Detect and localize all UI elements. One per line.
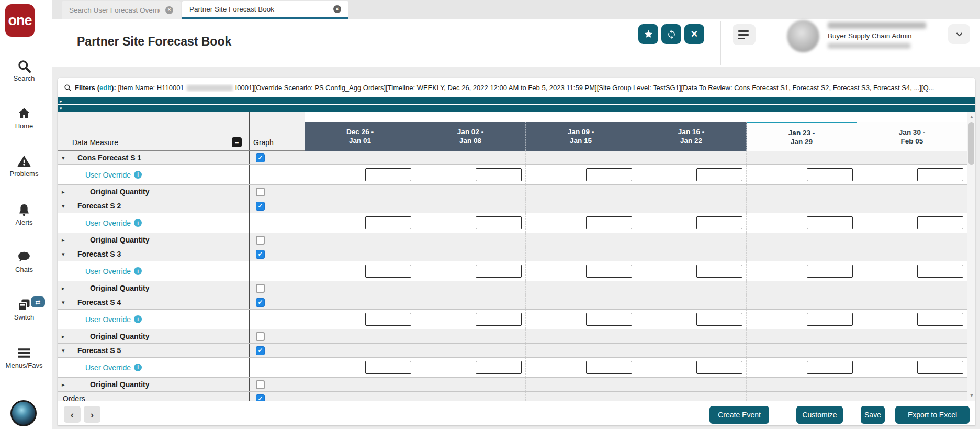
graph-checkbox[interactable]: ✓ bbox=[256, 250, 265, 259]
override-input[interactable] bbox=[476, 216, 522, 229]
override-input[interactable] bbox=[696, 216, 742, 229]
graph-checkbox[interactable]: ✓ bbox=[256, 394, 265, 401]
week-header[interactable]: Jan 09 -Jan 15 bbox=[526, 122, 636, 151]
tab-close-icon[interactable]: × bbox=[165, 6, 173, 14]
graph-checkbox[interactable] bbox=[256, 188, 265, 196]
user-avatar[interactable] bbox=[787, 20, 819, 52]
override-input[interactable] bbox=[917, 265, 963, 278]
override-input[interactable] bbox=[365, 313, 411, 326]
export-to-excel-button[interactable]: Export to Excel bbox=[895, 406, 970, 424]
graph-checkbox[interactable] bbox=[256, 236, 265, 245]
override-input[interactable] bbox=[476, 361, 522, 374]
graph-checkbox[interactable]: ✓ bbox=[256, 346, 265, 355]
customize-button[interactable]: Customize bbox=[796, 406, 843, 424]
sidebar-item-problems[interactable]: Problems bbox=[0, 154, 48, 180]
close-button[interactable]: × bbox=[684, 24, 704, 44]
week-header[interactable]: Jan 16 -Jan 22 bbox=[636, 122, 747, 151]
info-icon[interactable]: i bbox=[134, 219, 142, 227]
override-input[interactable] bbox=[476, 313, 522, 326]
override-input[interactable] bbox=[586, 313, 632, 326]
week-header[interactable]: Jan 23 -Jan 29 bbox=[747, 122, 857, 151]
override-input[interactable] bbox=[365, 168, 411, 181]
one-network-logo[interactable]: one bbox=[5, 4, 35, 37]
row-label[interactable]: User Override bbox=[85, 315, 131, 324]
collapsed-panel-bar-1[interactable]: ▸ bbox=[58, 97, 975, 104]
scrollbar-thumb[interactable] bbox=[968, 122, 974, 165]
save-button[interactable]: Save bbox=[861, 406, 885, 424]
collapse-triangle-icon[interactable]: ▾ bbox=[62, 155, 65, 161]
override-input[interactable] bbox=[586, 265, 632, 278]
expand-triangle-icon[interactable]: ▸ bbox=[62, 285, 65, 292]
override-input[interactable] bbox=[586, 168, 632, 181]
override-input[interactable] bbox=[696, 313, 742, 326]
collapse-triangle-icon[interactable]: ▾ bbox=[62, 299, 65, 306]
sidebar-item-home[interactable]: Home bbox=[0, 106, 48, 133]
tab-inactive-0[interactable]: Search User Forecast Override× bbox=[62, 1, 181, 19]
sidebar-item-search[interactable]: Search bbox=[0, 59, 48, 85]
override-input[interactable] bbox=[365, 265, 411, 278]
override-input[interactable] bbox=[696, 265, 742, 278]
collapsed-panel-bar-2[interactable]: ▾ bbox=[58, 105, 975, 112]
row-label[interactable]: User Override bbox=[85, 219, 131, 227]
override-input[interactable] bbox=[365, 361, 411, 374]
scroll-up-arrow[interactable]: ▲ bbox=[967, 113, 976, 121]
expand-triangle-icon[interactable]: ▸ bbox=[62, 189, 65, 195]
scroll-down-arrow[interactable]: ▼ bbox=[967, 391, 976, 400]
graph-checkbox[interactable]: ✓ bbox=[256, 298, 265, 307]
week-header[interactable]: Dec 26 -Jan 01 bbox=[305, 122, 415, 151]
graph-checkbox[interactable] bbox=[256, 380, 265, 389]
page-previous-button[interactable]: ‹ bbox=[64, 406, 81, 423]
override-input[interactable] bbox=[917, 216, 963, 229]
graph-checkbox[interactable] bbox=[256, 284, 265, 293]
override-input[interactable] bbox=[696, 361, 742, 374]
row-label[interactable]: User Override bbox=[85, 267, 131, 276]
override-input[interactable] bbox=[807, 265, 853, 278]
override-input[interactable] bbox=[807, 216, 853, 229]
filters-edit-link[interactable]: edit bbox=[99, 84, 111, 92]
override-input[interactable] bbox=[365, 216, 411, 229]
override-input[interactable] bbox=[586, 216, 632, 229]
tab-close-icon[interactable]: × bbox=[333, 5, 341, 13]
override-input[interactable] bbox=[807, 313, 853, 326]
info-icon[interactable]: i bbox=[134, 315, 142, 323]
info-icon[interactable]: i bbox=[134, 364, 142, 371]
info-icon[interactable]: i bbox=[134, 171, 142, 179]
graph-checkbox[interactable]: ✓ bbox=[256, 153, 265, 162]
user-menu-chevron-button[interactable] bbox=[948, 24, 970, 44]
assistant-avatar[interactable] bbox=[10, 400, 37, 426]
override-input[interactable] bbox=[696, 168, 742, 181]
sidebar-item-chats[interactable]: Chats bbox=[0, 250, 48, 276]
vertical-scrollbar[interactable]: ▲ ▼ bbox=[967, 112, 975, 401]
override-input[interactable] bbox=[586, 361, 632, 374]
row-label[interactable]: User Override bbox=[85, 364, 131, 372]
expand-triangle-icon[interactable]: ▸ bbox=[62, 333, 65, 340]
sidebar-item-menus[interactable]: Menus/Favs bbox=[0, 346, 48, 372]
create-event-button[interactable]: Create Event bbox=[709, 406, 769, 424]
override-input[interactable] bbox=[917, 168, 963, 181]
sidebar-item-switch[interactable]: Switch⇄ bbox=[0, 298, 48, 324]
collapse-triangle-icon[interactable]: ▾ bbox=[62, 347, 65, 354]
favorite-button[interactable] bbox=[638, 24, 658, 44]
graph-checkbox[interactable] bbox=[256, 332, 265, 341]
switch-arrows-badge-icon[interactable]: ⇄ bbox=[31, 296, 45, 307]
override-input[interactable] bbox=[807, 168, 853, 181]
refresh-button[interactable] bbox=[661, 24, 681, 44]
override-input[interactable] bbox=[807, 361, 853, 374]
expand-triangle-icon[interactable]: ▸ bbox=[62, 381, 65, 388]
collapse-all-button[interactable]: – bbox=[232, 137, 242, 147]
override-input[interactable] bbox=[476, 168, 522, 181]
override-input[interactable] bbox=[917, 313, 963, 326]
graph-checkbox[interactable]: ✓ bbox=[256, 202, 265, 211]
tab-active[interactable]: Partner Site Forecast Book× bbox=[182, 1, 348, 19]
week-header[interactable]: Jan 02 -Jan 08 bbox=[415, 122, 526, 151]
collapse-triangle-icon[interactable]: ▾ bbox=[62, 251, 65, 258]
sidebar-item-alerts[interactable]: Alerts bbox=[0, 203, 48, 229]
page-next-button[interactable]: › bbox=[84, 406, 100, 423]
override-input[interactable] bbox=[917, 361, 963, 374]
expand-triangle-icon[interactable]: ▸ bbox=[62, 237, 65, 244]
hamburger-menu-button[interactable] bbox=[733, 24, 756, 45]
override-input[interactable] bbox=[476, 265, 522, 278]
collapse-triangle-icon[interactable]: ▾ bbox=[62, 203, 65, 210]
week-header[interactable]: Jan 30 -Feb 05 bbox=[857, 122, 967, 151]
row-label[interactable]: User Override bbox=[85, 171, 131, 179]
